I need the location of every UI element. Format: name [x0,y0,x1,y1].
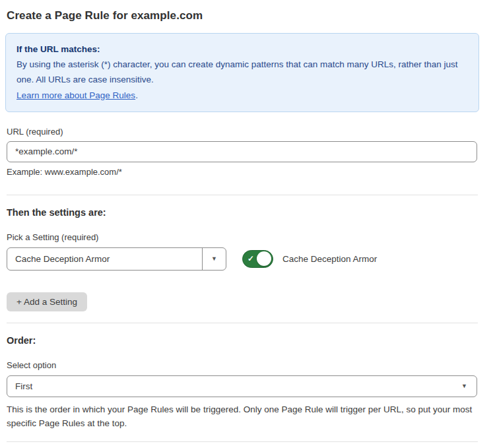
order-select-arrow: ▼ [461,376,477,397]
divider [7,441,478,442]
page-rule-form: Create a Page Rule for example.com If th… [0,0,495,448]
cache-deception-armor-toggle[interactable]: ✓ [242,250,273,268]
toggle-knob [257,251,271,266]
url-input[interactable] [7,141,477,162]
divider [7,323,478,323]
chevron-down-icon: ▼ [211,256,217,262]
info-box-heading: If the URL matches: [16,42,468,57]
toggle-label: Cache Deception Armor [282,254,377,264]
order-select[interactable]: First ▼ [7,375,477,397]
learn-more-link[interactable]: Learn more about Page Rules [16,90,135,100]
add-setting-button[interactable]: + Add a Setting [7,292,87,311]
setting-row: Cache Deception Armor ▼ ✓ Cache Deceptio… [7,247,478,271]
url-match-info-box: If the URL matches: By using the asteris… [5,33,479,112]
info-box-link-line: Learn more about Page Rules. [16,88,468,103]
url-field-label: URL (required) [7,127,478,137]
setting-toggle-group: ✓ Cache Deception Armor [242,250,377,268]
url-field-helper: Example: www.example.com/* [7,167,478,177]
divider [7,195,478,195]
setting-select[interactable]: Cache Deception Armor ▼ [7,247,226,271]
page-title: Create a Page Rule for example.com [7,9,478,22]
setting-select-arrow-button[interactable]: ▼ [202,248,226,270]
info-box-body: By using the asterisk (*) character, you… [16,57,468,87]
order-helper-text: This is the order in which your Page Rul… [7,402,475,431]
order-select-value: First [7,376,461,397]
setting-picker-label: Pick a Setting (required) [7,232,478,242]
order-section-heading: Order: [7,335,478,346]
setting-select-value: Cache Deception Armor [7,248,202,270]
settings-section-heading: Then the settings are: [7,207,478,218]
order-select-label: Select option [7,360,478,370]
chevron-down-icon: ▼ [461,383,467,389]
check-icon: ✓ [248,255,254,263]
link-suffix: . [135,90,138,100]
